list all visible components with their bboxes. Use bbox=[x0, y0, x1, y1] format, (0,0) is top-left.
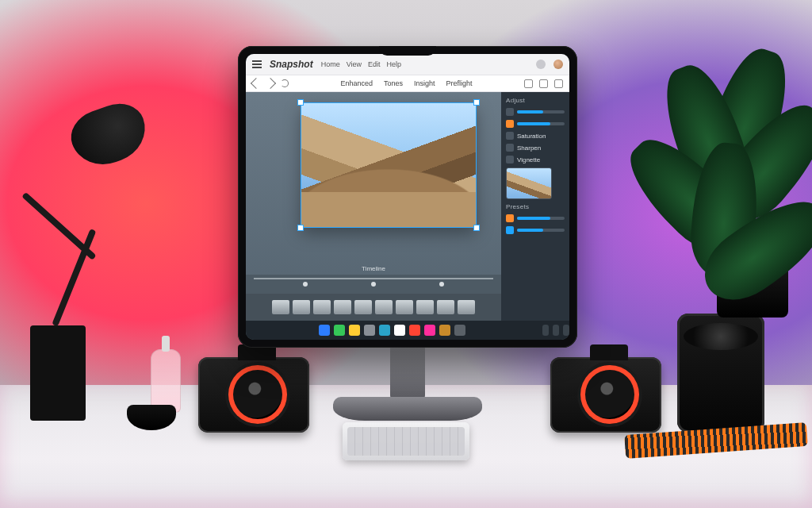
filmstrip-thumb[interactable] bbox=[272, 300, 289, 314]
panel-subheader: Presets bbox=[506, 203, 565, 210]
canvas-area[interactable]: Timeline bbox=[246, 92, 501, 321]
selection-outline bbox=[301, 102, 477, 228]
filmstrip-thumb[interactable] bbox=[354, 300, 372, 314]
row-label: Vignette bbox=[517, 156, 540, 164]
keyboard bbox=[343, 422, 469, 460]
resize-handle[interactable] bbox=[297, 225, 304, 231]
screen: Snapshot Home View Edit Help bbox=[246, 54, 569, 340]
preview-thumb[interactable] bbox=[506, 167, 552, 199]
notification-icon[interactable] bbox=[536, 60, 546, 69]
panel-header: Adjust bbox=[506, 97, 565, 104]
filmstrip-thumb[interactable] bbox=[458, 300, 475, 314]
timeline-marker[interactable] bbox=[371, 282, 376, 287]
app-titlebar: Snapshot Home View Edit Help bbox=[246, 54, 569, 75]
resize-handle[interactable] bbox=[473, 99, 480, 106]
camera-left bbox=[198, 357, 309, 433]
app-menu: Home View Edit Help bbox=[321, 60, 401, 68]
taskbar-app-icon[interactable] bbox=[394, 325, 405, 336]
contrast-icon bbox=[506, 120, 514, 128]
adjust-row[interactable] bbox=[506, 120, 565, 128]
taskbar-app-icon[interactable] bbox=[349, 325, 360, 336]
tab[interactable]: Tones bbox=[384, 79, 403, 87]
menu-item[interactable]: Help bbox=[387, 60, 402, 68]
taskbar-app-icon[interactable] bbox=[454, 325, 465, 336]
taskbar-app-icon[interactable] bbox=[379, 325, 390, 336]
sun-icon bbox=[506, 108, 514, 116]
taskbar-app-icon[interactable] bbox=[319, 325, 330, 336]
row-label: Sharpen bbox=[517, 144, 541, 152]
menu-item[interactable]: Home bbox=[321, 60, 340, 68]
timeline[interactable]: Timeline bbox=[246, 275, 501, 294]
bottle bbox=[151, 349, 181, 413]
monitor-stand bbox=[333, 397, 482, 421]
taskbar-app-icon[interactable] bbox=[409, 325, 420, 336]
slider[interactable] bbox=[517, 122, 565, 125]
adjust-row[interactable]: Sharpen bbox=[506, 144, 565, 152]
timeline-marker[interactable] bbox=[303, 282, 308, 287]
filmstrip-thumb[interactable] bbox=[313, 300, 331, 314]
vignette-icon bbox=[506, 156, 514, 164]
filmstrip-thumb[interactable] bbox=[396, 300, 413, 314]
tab[interactable]: Preflight bbox=[446, 79, 473, 87]
menu-item[interactable]: Edit bbox=[368, 60, 381, 68]
resize-handle[interactable] bbox=[473, 225, 480, 231]
camera-right bbox=[550, 357, 661, 433]
preset-icon bbox=[506, 214, 514, 222]
tray-icon[interactable] bbox=[563, 325, 569, 336]
adjust-panel: Adjust Saturation Sharpen Vignette Prese… bbox=[501, 92, 569, 321]
filmstrip-thumb[interactable] bbox=[293, 300, 310, 314]
taskbar-app-icon[interactable] bbox=[439, 325, 450, 336]
drop-icon bbox=[506, 132, 514, 140]
row-label: Saturation bbox=[517, 133, 546, 140]
forward-icon[interactable] bbox=[265, 78, 276, 89]
preset-icon bbox=[506, 226, 514, 234]
timeline-track bbox=[254, 278, 493, 279]
slider[interactable] bbox=[517, 229, 565, 232]
filmstrip-thumb[interactable] bbox=[437, 300, 454, 314]
taskbar-app-icon[interactable] bbox=[334, 325, 345, 336]
taskbar-app-icon[interactable] bbox=[364, 325, 375, 336]
desk-lamp bbox=[21, 192, 97, 260]
canvas[interactable] bbox=[301, 103, 476, 227]
user-avatar[interactable] bbox=[553, 60, 563, 69]
filmstrip-thumb[interactable] bbox=[375, 300, 393, 314]
resize-handle[interactable] bbox=[297, 99, 304, 106]
tab[interactable]: Enhanced bbox=[340, 79, 373, 87]
filmstrip-thumb[interactable] bbox=[334, 300, 351, 314]
menu-icon[interactable] bbox=[252, 60, 262, 68]
monitor-bezel: Snapshot Home View Edit Help bbox=[238, 46, 577, 348]
tray-icon[interactable] bbox=[542, 325, 549, 336]
os-taskbar bbox=[246, 321, 569, 340]
telephoto-lens bbox=[677, 314, 764, 433]
tray-icon[interactable] bbox=[553, 325, 559, 336]
filmstrip bbox=[246, 294, 501, 321]
tool-tabs: Enhanced Tones Insight Preflight bbox=[295, 79, 518, 87]
app-brand: Snapshot bbox=[270, 59, 313, 70]
monitor: Snapshot Home View Edit Help bbox=[238, 46, 577, 348]
export-icon[interactable] bbox=[539, 79, 548, 88]
back-icon[interactable] bbox=[251, 78, 262, 89]
tab[interactable]: Insight bbox=[414, 79, 435, 87]
preset-row[interactable] bbox=[506, 214, 565, 222]
adjust-row[interactable]: Vignette bbox=[506, 156, 565, 164]
settings-icon[interactable] bbox=[554, 79, 563, 88]
adjust-row[interactable]: Saturation bbox=[506, 132, 565, 140]
preset-row[interactable] bbox=[506, 226, 565, 234]
slider[interactable] bbox=[517, 217, 565, 220]
slider[interactable] bbox=[517, 110, 565, 114]
menu-item[interactable]: View bbox=[347, 60, 362, 68]
monitor-notch bbox=[379, 46, 436, 56]
adjust-row[interactable] bbox=[506, 108, 565, 116]
taskbar-app-icon[interactable] bbox=[424, 325, 435, 336]
app-toolbar: Enhanced Tones Insight Preflight bbox=[246, 75, 569, 92]
filmstrip-thumb[interactable] bbox=[416, 300, 434, 314]
desk-lamp bbox=[64, 96, 154, 174]
grid-icon[interactable] bbox=[524, 79, 533, 88]
reload-icon[interactable] bbox=[281, 79, 289, 87]
sharpen-icon bbox=[506, 144, 514, 152]
timeline-label: Timeline bbox=[362, 265, 385, 272]
photo-scene: Snapshot Home View Edit Help bbox=[0, 0, 812, 508]
timeline-marker[interactable] bbox=[439, 282, 444, 287]
monitor-stand bbox=[390, 340, 425, 398]
desk-lamp bbox=[30, 325, 86, 421]
